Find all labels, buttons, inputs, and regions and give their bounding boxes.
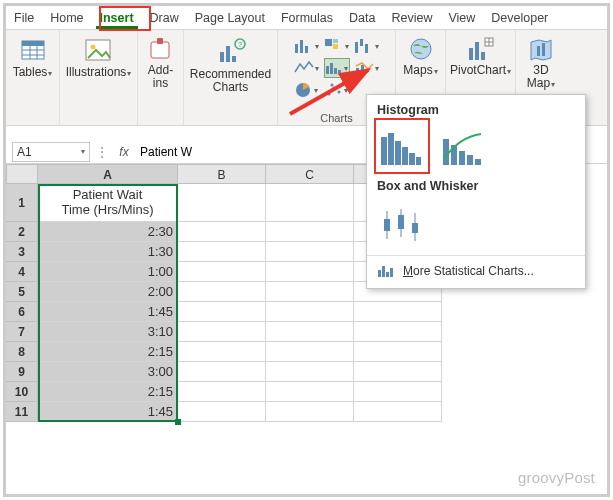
histogram-chart-option[interactable] bbox=[379, 127, 423, 167]
row-header[interactable]: 5 bbox=[6, 282, 38, 302]
cell[interactable] bbox=[266, 382, 354, 402]
fx-icon[interactable]: fx bbox=[114, 145, 134, 159]
box-whisker-option[interactable] bbox=[379, 203, 423, 243]
ribbon-tabs: File Home Insert Draw Page Layout Formul… bbox=[6, 6, 607, 30]
cell[interactable] bbox=[354, 362, 442, 382]
row-header[interactable]: 10 bbox=[6, 382, 38, 402]
cell[interactable] bbox=[266, 242, 354, 262]
row-header[interactable]: 6 bbox=[6, 302, 38, 322]
tab-file[interactable]: File bbox=[6, 8, 42, 28]
cell[interactable] bbox=[178, 242, 266, 262]
bar-mini-icon bbox=[377, 264, 395, 278]
recommended-charts-button[interactable]: ? Recommended Charts bbox=[186, 34, 275, 96]
hierarchy-chart-button[interactable]: ▾ bbox=[324, 36, 350, 56]
addins-button[interactable]: Add- ins bbox=[144, 34, 178, 92]
tab-developer[interactable]: Developer bbox=[483, 8, 556, 28]
row-header[interactable]: 11 bbox=[6, 402, 38, 422]
more-statistical-charts[interactable]: MMore Statistical Charts...ore Statistic… bbox=[367, 258, 585, 284]
cell[interactable] bbox=[266, 184, 354, 222]
waterfall-chart-button[interactable]: ▾ bbox=[354, 36, 380, 56]
cell[interactable] bbox=[354, 342, 442, 362]
cell[interactable] bbox=[178, 262, 266, 282]
svg-rect-23 bbox=[365, 44, 368, 53]
column-chart-button[interactable]: ▾ bbox=[294, 36, 320, 56]
pivotchart-button[interactable]: PivotChart▾ bbox=[446, 34, 515, 79]
cell[interactable] bbox=[354, 322, 442, 342]
cell-a10[interactable]: 2:15 bbox=[38, 382, 178, 402]
row-header[interactable]: 2 bbox=[6, 222, 38, 242]
maps-label: Maps bbox=[403, 63, 432, 77]
cell-a8[interactable]: 2:15 bbox=[38, 342, 178, 362]
3d-map-button[interactable]: 3D Map▾ bbox=[523, 34, 559, 92]
cell[interactable] bbox=[266, 342, 354, 362]
row-header[interactable]: 3 bbox=[6, 242, 38, 262]
cell-a4[interactable]: 1:00 bbox=[38, 262, 178, 282]
col-header-a[interactable]: A bbox=[38, 164, 178, 184]
svg-rect-16 bbox=[300, 40, 303, 53]
svg-point-35 bbox=[411, 39, 431, 59]
cell[interactable] bbox=[178, 282, 266, 302]
cell[interactable] bbox=[178, 402, 266, 422]
tab-home[interactable]: Home bbox=[42, 8, 91, 28]
row-header[interactable]: 8 bbox=[6, 342, 38, 362]
cell[interactable] bbox=[178, 302, 266, 322]
row-header[interactable]: 9 bbox=[6, 362, 38, 382]
cell[interactable] bbox=[178, 342, 266, 362]
cell[interactable] bbox=[354, 382, 442, 402]
select-all-corner[interactable] bbox=[6, 164, 38, 184]
cell-a2[interactable]: 2:30 bbox=[38, 222, 178, 242]
cell[interactable] bbox=[266, 362, 354, 382]
cell[interactable] bbox=[266, 222, 354, 242]
cell[interactable] bbox=[178, 362, 266, 382]
tables-button[interactable]: Tables▾ bbox=[9, 34, 57, 81]
cell-a3[interactable]: 1:30 bbox=[38, 242, 178, 262]
col-header-c[interactable]: C bbox=[266, 164, 354, 184]
watermark: groovyPost bbox=[518, 469, 595, 486]
svg-rect-1 bbox=[22, 41, 44, 46]
tab-review[interactable]: Review bbox=[383, 8, 440, 28]
tab-data[interactable]: Data bbox=[341, 8, 383, 28]
cell[interactable] bbox=[266, 322, 354, 342]
cell[interactable] bbox=[266, 402, 354, 422]
svg-rect-44 bbox=[542, 43, 545, 56]
svg-rect-46 bbox=[388, 133, 394, 165]
maps-button[interactable]: Maps▾ bbox=[399, 34, 441, 79]
cell[interactable] bbox=[266, 302, 354, 322]
cell[interactable] bbox=[354, 402, 442, 422]
svg-point-7 bbox=[90, 45, 95, 50]
cell-a6[interactable]: 1:45 bbox=[38, 302, 178, 322]
svg-rect-36 bbox=[469, 48, 473, 60]
cell[interactable] bbox=[354, 302, 442, 322]
svg-rect-10 bbox=[220, 52, 224, 62]
popup-section-histogram: Histogram bbox=[377, 103, 575, 117]
cell[interactable] bbox=[178, 382, 266, 402]
cell[interactable] bbox=[178, 184, 266, 222]
row-header[interactable]: 7 bbox=[6, 322, 38, 342]
picture-icon bbox=[84, 36, 114, 64]
row-header[interactable]: 4 bbox=[6, 262, 38, 282]
cell-a11[interactable]: 1:45 bbox=[38, 402, 178, 422]
name-box[interactable]: A1▾ bbox=[12, 142, 90, 162]
tab-insert[interactable]: Insert bbox=[92, 8, 142, 28]
svg-rect-8 bbox=[151, 42, 169, 58]
cell-a1[interactable]: Patient Wait Time (Hrs/Mins) bbox=[38, 184, 178, 222]
tab-formulas[interactable]: Formulas bbox=[273, 8, 341, 28]
illustrations-button[interactable]: Illustrations▾ bbox=[62, 34, 136, 81]
illustrations-label: Illustrations bbox=[66, 65, 127, 79]
row-header[interactable]: 1 bbox=[6, 184, 38, 222]
tab-view[interactable]: View bbox=[440, 8, 483, 28]
recommended-charts-label: Recommended Charts bbox=[190, 68, 271, 94]
cell[interactable] bbox=[178, 222, 266, 242]
cell[interactable] bbox=[266, 262, 354, 282]
col-header-b[interactable]: B bbox=[178, 164, 266, 184]
cell[interactable] bbox=[266, 282, 354, 302]
cell-a7[interactable]: 3:10 bbox=[38, 322, 178, 342]
pareto-chart-option[interactable] bbox=[441, 127, 485, 167]
cell[interactable] bbox=[178, 322, 266, 342]
cell-a9[interactable]: 3:00 bbox=[38, 362, 178, 382]
svg-rect-59 bbox=[398, 215, 404, 229]
tab-draw[interactable]: Draw bbox=[142, 8, 187, 28]
cell-a5[interactable]: 2:00 bbox=[38, 282, 178, 302]
selection-handle[interactable] bbox=[175, 419, 181, 425]
tab-page-layout[interactable]: Page Layout bbox=[187, 8, 273, 28]
